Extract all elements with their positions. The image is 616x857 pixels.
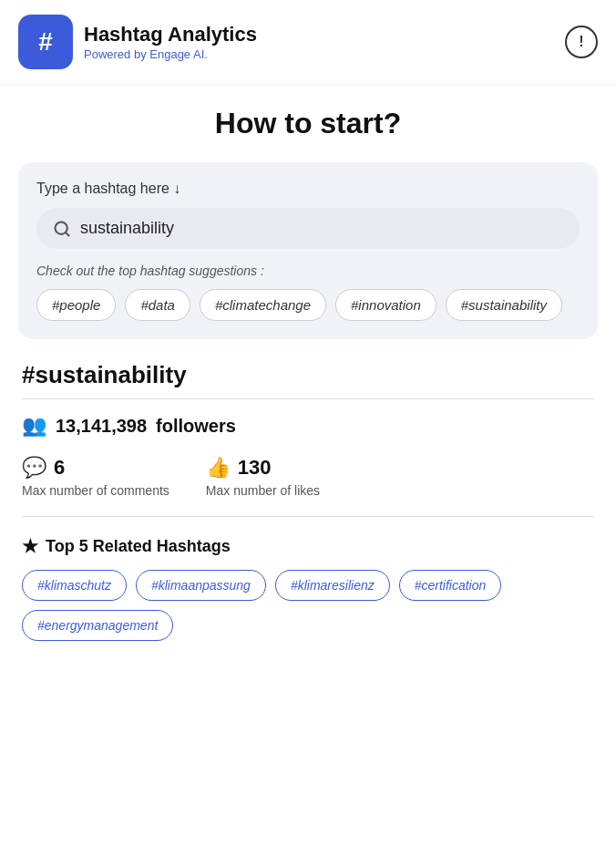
suggestions-label: Check out the top hashtag suggestions : [36, 263, 580, 278]
analytics-section: #sustainability 👥 13,141,398 followers 💬… [18, 361, 598, 641]
likes-icon: 👍 [206, 456, 231, 480]
powered-by-prefix: Powered by [84, 47, 149, 61]
divider-1 [22, 398, 594, 399]
header: # Hashtag Analytics Powered by Engage AI… [0, 0, 616, 85]
search-input-wrapper[interactable] [36, 208, 580, 249]
likes-stat: 👍 130 Max number of likes [206, 456, 320, 498]
followers-row: 👥 13,141,398 followers [22, 414, 594, 438]
search-input[interactable] [80, 219, 563, 238]
related-hashtags: #klimaschutz #klimaanpassung #klimaresil… [22, 570, 594, 641]
suggestion-pill-5[interactable]: #sustainability [446, 289, 562, 321]
search-icon [53, 220, 71, 238]
suggestion-pill-2[interactable]: #data [125, 289, 190, 321]
followers-label: followers [156, 416, 236, 437]
likes-label: Max number of likes [206, 483, 320, 498]
related-pill-5[interactable]: #energymanagement [22, 610, 173, 641]
brand-name: Engage AI. [149, 47, 208, 61]
related-pill-4[interactable]: #certification [399, 570, 502, 601]
suggestion-pill-1[interactable]: #people [36, 289, 116, 321]
main-content: How to start? Type a hashtag here ↓ Chec… [0, 85, 616, 663]
header-left: # Hashtag Analytics Powered by Engage AI… [18, 15, 257, 69]
app-logo: # [18, 15, 73, 69]
related-section: ★ Top 5 Related Hashtags #klimaschutz #k… [22, 535, 594, 641]
star-icon: ★ [22, 535, 38, 557]
related-title: Top 5 Related Hashtags [46, 537, 231, 556]
page-title: How to start? [18, 107, 598, 140]
search-label: Type a hashtag here ↓ [36, 181, 580, 197]
search-card: Type a hashtag here ↓ Check out the top … [18, 162, 598, 339]
divider-2 [22, 516, 594, 517]
hashtag-title: #sustainability [22, 361, 594, 389]
info-icon: ! [579, 34, 583, 50]
app-title: Hashtag Analytics [84, 23, 257, 46]
related-pill-2[interactable]: #klimaanpassung [136, 570, 266, 601]
suggestion-pill-3[interactable]: #climatechange [200, 289, 326, 321]
related-pill-3[interactable]: #klimaresilienz [275, 570, 390, 601]
comments-value: 6 [54, 456, 65, 480]
comments-stat: 💬 6 Max number of comments [22, 456, 169, 498]
comments-icon: 💬 [22, 456, 46, 480]
info-button[interactable]: ! [565, 26, 598, 58]
likes-value-row: 👍 130 [206, 456, 320, 480]
likes-value: 130 [238, 456, 272, 480]
comments-label: Max number of comments [22, 483, 169, 498]
followers-icon: 👥 [22, 414, 46, 438]
svg-line-1 [66, 232, 69, 235]
comments-value-row: 💬 6 [22, 456, 169, 480]
related-title-row: ★ Top 5 Related Hashtags [22, 535, 594, 557]
header-text: Hashtag Analytics Powered by Engage AI. [84, 23, 257, 60]
app-subtitle: Powered by Engage AI. [84, 47, 257, 61]
hashtag-suggestions: #people #data #climatechange #innovation… [36, 289, 580, 321]
stats-row: 💬 6 Max number of comments 👍 130 Max num… [22, 456, 594, 498]
suggestion-pill-4[interactable]: #innovation [335, 289, 436, 321]
followers-count: 13,141,398 [56, 416, 147, 437]
related-pill-1[interactable]: #klimaschutz [22, 570, 127, 601]
